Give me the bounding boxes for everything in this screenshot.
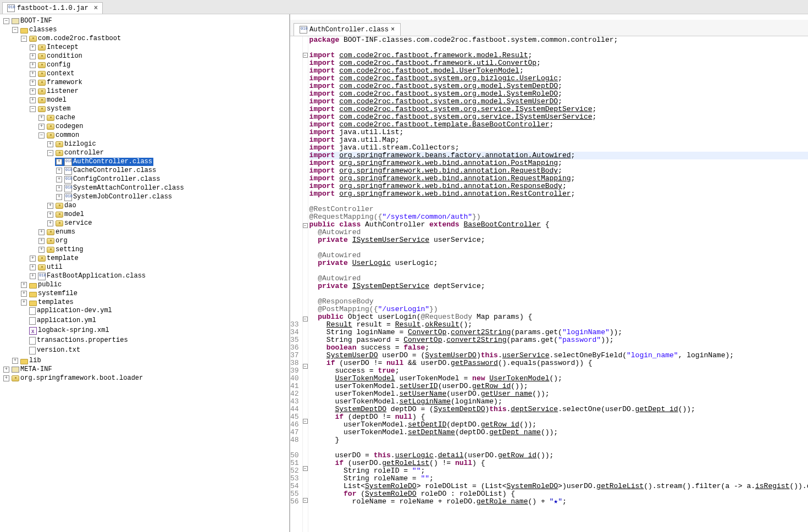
tree-leaf[interactable]: CacheController.class: [73, 167, 156, 175]
tree-node[interactable]: lib: [29, 357, 41, 365]
tree-node[interactable]: model: [64, 210, 84, 219]
tree-node[interactable]: context: [47, 70, 74, 78]
tree-node[interactable]: framework: [47, 79, 82, 87]
toggle-icon[interactable]: +: [38, 247, 45, 253]
toggle-icon[interactable]: +: [30, 80, 36, 86]
toggle-icon[interactable]: +: [56, 176, 62, 182]
class-icon: [64, 158, 72, 166]
toggle-icon[interactable]: +: [30, 264, 36, 270]
tree-node[interactable]: org: [56, 237, 68, 245]
tree-node[interactable]: config: [47, 61, 70, 69]
toggle-icon[interactable]: +: [30, 62, 36, 68]
code-area[interactable]: package BOOT-INF.classes.com.code2roc.fa…: [308, 36, 808, 532]
toggle-icon[interactable]: +: [30, 53, 36, 59]
toggle-icon[interactable]: +: [38, 229, 45, 235]
tree-node[interactable]: util: [47, 263, 63, 271]
tree-node[interactable]: controller: [64, 149, 104, 157]
toggle-icon[interactable]: +: [47, 220, 53, 226]
tree-leaf[interactable]: transactions.properties: [37, 336, 128, 345]
tree-leaf[interactable]: application.yml: [37, 317, 96, 325]
toggle-icon[interactable]: −: [47, 150, 53, 156]
editor-tab[interactable]: AuthController.class ×: [294, 23, 401, 36]
tree-node[interactable]: common: [56, 131, 79, 140]
toggle-icon[interactable]: +: [30, 97, 36, 103]
tree-node[interactable]: public: [38, 281, 62, 289]
folder-icon: [29, 283, 37, 289]
tree-node[interactable]: META-INF: [20, 365, 52, 374]
toggle-icon[interactable]: +: [38, 124, 45, 130]
tree-leaf[interactable]: application-dev.yml: [37, 307, 112, 315]
class-icon: [64, 167, 72, 175]
toggle-icon[interactable]: +: [56, 185, 62, 191]
fold-toggle-icon[interactable]: −: [303, 419, 308, 424]
toggle-icon[interactable]: +: [56, 194, 62, 200]
toggle-icon[interactable]: +: [21, 291, 27, 297]
tree-leaf[interactable]: SystemAttachController.class: [73, 184, 184, 192]
tree-leaf[interactable]: ConfigController.class: [73, 175, 160, 184]
tree-node[interactable]: Intecept: [47, 43, 79, 52]
fold-toggle-icon[interactable]: −: [303, 317, 308, 322]
tree-node[interactable]: codegen: [56, 123, 83, 131]
toggle-icon[interactable]: −: [12, 27, 18, 33]
tree-node[interactable]: org.springframework.boot.loader: [20, 374, 143, 383]
tree-node[interactable]: com.code2roc.fastboot: [38, 35, 121, 43]
toggle-icon[interactable]: +: [30, 45, 36, 51]
tree-node[interactable]: bizlogic: [64, 140, 96, 148]
tree-node[interactable]: setting: [56, 246, 83, 254]
toggle-icon[interactable]: +: [3, 375, 9, 381]
tree-node[interactable]: condition: [47, 52, 82, 60]
toggle-icon[interactable]: −: [21, 36, 27, 42]
source-editor[interactable]: 3334353637383940414243444546474850515253…: [290, 36, 808, 532]
toggle-icon[interactable]: +: [30, 88, 36, 95]
toggle-icon[interactable]: +: [30, 71, 36, 77]
toggle-icon[interactable]: −: [38, 132, 45, 138]
folder-icon: [20, 359, 28, 364]
toggle-icon[interactable]: +: [21, 282, 27, 288]
tree-node[interactable]: listener: [47, 87, 79, 96]
toggle-icon[interactable]: +: [38, 238, 45, 244]
package-explorer[interactable]: −BOOT-INF −classes −com.code2roc.fastboo…: [0, 14, 290, 532]
toggle-icon[interactable]: +: [21, 300, 27, 306]
tree-leaf[interactable]: version.txt: [37, 346, 80, 354]
fold-toggle-icon[interactable]: −: [303, 498, 308, 503]
tree-leaf[interactable]: AuthController.class: [73, 158, 152, 166]
fold-toggle-icon[interactable]: −: [303, 466, 308, 471]
folder-icon: [29, 301, 37, 306]
fold-toggle-icon[interactable]: −: [303, 53, 308, 58]
tree-node[interactable]: classes: [29, 26, 57, 34]
close-icon[interactable]: ×: [91, 4, 98, 12]
toggle-icon[interactable]: +: [47, 212, 53, 218]
tree-node-selected[interactable]: +AuthController.class: [55, 158, 153, 166]
tree-node[interactable]: BOOT-INF: [20, 17, 52, 25]
fold-toggle-icon[interactable]: −: [303, 364, 308, 369]
toggle-icon[interactable]: +: [30, 256, 36, 262]
close-icon[interactable]: ×: [391, 26, 395, 34]
tree-leaf[interactable]: logback-spring.xml: [38, 326, 109, 335]
toggle-icon[interactable]: −: [3, 18, 9, 24]
toggle-icon[interactable]: +: [56, 159, 62, 165]
tree-leaf[interactable]: FastBootApplication.class: [47, 272, 146, 280]
tree-node[interactable]: template: [47, 254, 79, 263]
toggle-icon[interactable]: +: [12, 358, 18, 364]
fold-column[interactable]: −−−−−−−: [303, 36, 308, 532]
tree-leaf[interactable]: SystemJobController.class: [73, 193, 172, 201]
tree-node[interactable]: templates: [38, 298, 74, 307]
tree-node[interactable]: enums: [56, 228, 75, 236]
toggle-icon[interactable]: +: [47, 203, 53, 209]
toggle-blank: [21, 308, 27, 314]
toggle-icon[interactable]: +: [47, 141, 53, 147]
jar-icon: [7, 4, 15, 12]
fold-toggle-icon[interactable]: −: [303, 223, 308, 228]
toggle-icon[interactable]: +: [56, 168, 62, 174]
toggle-icon[interactable]: +: [3, 367, 9, 373]
tree-node[interactable]: dao: [64, 202, 76, 210]
tree-node[interactable]: service: [64, 219, 92, 228]
tree-node[interactable]: system: [47, 105, 70, 113]
tree-node[interactable]: model: [47, 96, 67, 104]
tree-node[interactable]: cache: [56, 114, 75, 122]
toggle-icon[interactable]: −: [30, 106, 36, 112]
jar-tab[interactable]: fastboot-1.1.0.jar ×: [2, 2, 103, 14]
tree-node[interactable]: systemfile: [38, 290, 78, 298]
toggle-icon[interactable]: +: [30, 273, 36, 279]
toggle-icon[interactable]: +: [38, 115, 45, 121]
